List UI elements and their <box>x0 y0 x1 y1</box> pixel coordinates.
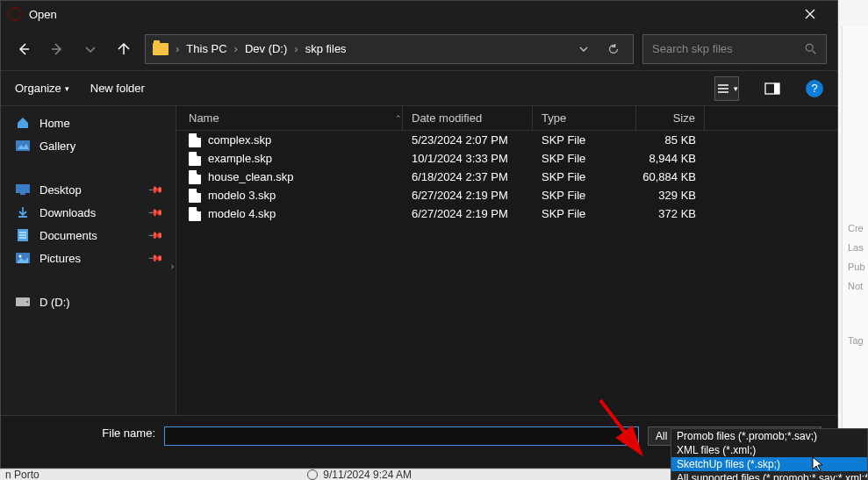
folder-icon <box>153 43 169 55</box>
file-icon <box>189 189 201 203</box>
toolbar: Organize ▾ New folder ▾ ? <box>1 71 837 106</box>
file-name: modelo 3.skp <box>208 189 276 202</box>
filter-option-sketchup[interactable]: SketchUp files (*.skp;) <box>671 457 867 471</box>
file-row[interactable]: house_clean.skp6/18/2024 2:37 PMSKP File… <box>176 168 837 186</box>
column-header-size[interactable]: Size <box>636 106 705 130</box>
resize-handle-icon[interactable]: ⌃ <box>163 262 176 271</box>
background-properties-panel: Cre Las Pub Not Tag <box>842 26 868 448</box>
svg-point-18 <box>19 255 22 258</box>
new-folder-button[interactable]: New folder <box>90 82 145 95</box>
filter-option-promob[interactable]: Promob files (*.promob;*.sav;) <box>671 429 867 443</box>
pin-icon: 📌 <box>147 226 163 243</box>
file-row[interactable]: example.skp10/1/2024 3:33 PMSKP File8,94… <box>176 149 837 168</box>
preview-pane-button[interactable] <box>760 76 785 101</box>
crumb-dev-d[interactable]: Dev (D:) <box>245 42 287 55</box>
address-bar[interactable]: › This PC › Dev (D:) › skp files <box>145 34 634 64</box>
pictures-icon <box>15 251 31 265</box>
file-size: 329 KB <box>636 186 705 204</box>
chevron-right-icon: › <box>294 42 298 55</box>
list-header: Name ⌃ Date modified Type Size <box>176 106 837 131</box>
list-view-icon <box>716 82 730 95</box>
organize-button[interactable]: Organize ▾ <box>15 82 69 95</box>
filter-option-all[interactable]: All supported files (*.promob;*.sav;*.xm… <box>671 471 867 480</box>
svg-rect-12 <box>20 193 25 195</box>
svg-rect-10 <box>16 140 30 151</box>
file-row[interactable]: complex.skp5/23/2024 2:07 PMSKP File85 K… <box>176 131 837 149</box>
svg-point-3 <box>806 44 813 51</box>
search-placeholder: Search skp files <box>652 42 805 55</box>
svg-rect-11 <box>16 184 30 193</box>
crumb-this-pc[interactable]: This PC <box>186 42 226 55</box>
svg-point-20 <box>26 301 28 303</box>
up-button[interactable] <box>111 37 136 61</box>
recent-button[interactable] <box>78 37 103 61</box>
back-button[interactable] <box>11 37 36 61</box>
file-date: 6/18/2024 2:37 PM <box>403 168 533 186</box>
file-name: house_clean.skp <box>208 170 294 183</box>
documents-icon <box>15 228 31 242</box>
content-area: Home Gallery Desktop 📌 Downloads 📌 Docum… <box>1 106 837 415</box>
svg-line-4 <box>813 50 816 54</box>
sidebar-item-gallery[interactable]: Gallery <box>1 134 176 157</box>
file-date: 5/23/2024 2:07 PM <box>403 131 533 149</box>
file-icon <box>189 207 201 221</box>
file-name: complex.skp <box>208 133 271 147</box>
close-button[interactable] <box>790 1 830 27</box>
home-icon <box>15 116 31 130</box>
search-box[interactable]: Search skp files <box>642 34 827 64</box>
app-icon <box>8 7 22 21</box>
file-name: example.skp <box>208 152 272 165</box>
downloads-icon <box>15 205 31 219</box>
desktop-icon <box>15 183 31 197</box>
chevron-down-icon: ▾ <box>734 84 738 93</box>
file-type: SKP File <box>533 149 636 168</box>
view-options-button[interactable]: ▾ <box>714 76 739 101</box>
file-size: 372 KB <box>636 204 705 223</box>
pin-icon: 📌 <box>147 249 163 266</box>
file-row[interactable]: modelo 4.skp6/27/2024 2:19 PMSKP File372… <box>176 204 837 223</box>
file-date: 6/27/2024 2:19 PM <box>403 204 533 223</box>
sidebar-item-documents[interactable]: Documents 📌 <box>1 224 176 247</box>
file-type: SKP File <box>533 186 636 204</box>
arrow-up-icon <box>117 42 131 56</box>
sidebar-item-desktop[interactable]: Desktop 📌 <box>1 178 176 201</box>
file-type: SKP File <box>533 204 636 223</box>
chevron-down-icon <box>578 44 589 54</box>
file-icon <box>189 152 201 166</box>
arrow-right-icon <box>50 42 64 56</box>
sidebar-item-downloads[interactable]: Downloads 📌 <box>1 201 176 224</box>
address-dropdown[interactable] <box>571 44 596 54</box>
filename-input[interactable]: ⌄ <box>164 426 639 446</box>
preview-pane-icon <box>764 82 780 95</box>
file-row[interactable]: modelo 3.skp6/27/2024 2:19 PMSKP File329… <box>176 186 837 204</box>
sidebar-item-pictures[interactable]: Pictures 📌 <box>1 247 176 269</box>
refresh-button[interactable] <box>601 43 626 55</box>
file-list: Name ⌃ Date modified Type Size complex.s… <box>176 106 837 415</box>
forward-button[interactable] <box>45 37 69 61</box>
sidebar-item-drive-d[interactable]: D (D:) <box>1 290 176 313</box>
column-header-date[interactable]: Date modified <box>403 106 533 130</box>
chevron-down-icon <box>83 42 97 56</box>
file-type: SKP File <box>533 131 636 149</box>
arrow-left-icon <box>17 42 31 56</box>
help-button[interactable]: ? <box>806 80 823 97</box>
pin-icon: 📌 <box>147 204 163 220</box>
file-name: modelo 4.skp <box>208 207 276 220</box>
column-header-name[interactable]: Name ⌃ <box>176 106 403 130</box>
column-header-type[interactable]: Type <box>533 106 636 130</box>
chevron-down-icon: ⌄ <box>626 432 633 441</box>
file-size: 60,884 KB <box>636 168 705 186</box>
filter-option-xml[interactable]: XML files (*.xml;) <box>671 443 867 457</box>
gallery-icon <box>15 139 31 153</box>
sidebar-item-home[interactable]: Home <box>1 111 176 134</box>
file-icon <box>189 170 201 184</box>
close-icon <box>805 9 815 19</box>
file-type: SKP File <box>533 168 636 186</box>
titlebar: Open <box>1 1 837 27</box>
drive-icon <box>15 295 31 309</box>
crumb-skp-files[interactable]: skp files <box>305 42 347 55</box>
chevron-right-icon: › <box>176 42 179 55</box>
svg-rect-9 <box>774 83 779 94</box>
pin-icon: 📌 <box>147 181 163 197</box>
file-icon <box>189 133 201 147</box>
